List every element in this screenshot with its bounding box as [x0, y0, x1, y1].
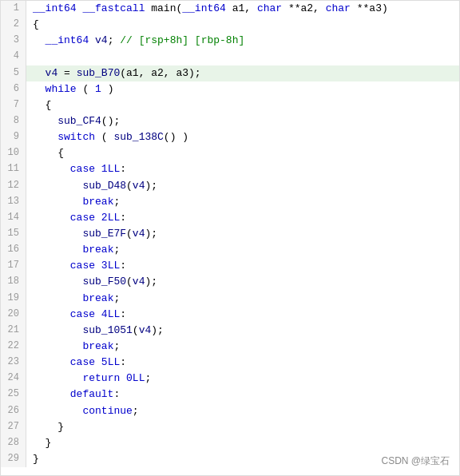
line-content: __int64 __fastcall main(__int64 a1, char…	[26, 1, 459, 17]
line-number: 13	[1, 194, 26, 210]
line-content: case 2LL:	[26, 210, 459, 226]
code-line-6: 6 while ( 1 )	[1, 81, 459, 97]
code-line-27: 27 }	[1, 419, 459, 435]
code-line-5: 5 v4 = sub_B70(a1, a2, a3);	[1, 65, 459, 81]
line-number: 15	[1, 226, 26, 242]
line-content: while ( 1 )	[26, 81, 459, 97]
line-number: 28	[1, 435, 26, 451]
code-viewer: 1__int64 __fastcall main(__int64 a1, cha…	[0, 0, 460, 476]
code-line-21: 21 sub_1051(v4);	[1, 323, 459, 339]
code-line-12: 12 sub_D48(v4);	[1, 178, 459, 194]
code-line-4: 4	[1, 49, 459, 65]
line-number: 12	[1, 178, 26, 194]
code-line-16: 16 break;	[1, 242, 459, 258]
code-line-13: 13 break;	[1, 194, 459, 210]
line-content: sub_1051(v4);	[26, 323, 459, 339]
code-line-20: 20 case 4LL:	[1, 307, 459, 323]
code-line-25: 25 default:	[1, 387, 459, 403]
line-content: break;	[26, 194, 459, 210]
line-number: 27	[1, 419, 26, 435]
line-number: 8	[1, 113, 26, 129]
line-number: 21	[1, 323, 26, 339]
code-line-14: 14 case 2LL:	[1, 210, 459, 226]
line-content: }	[26, 435, 459, 451]
line-number: 10	[1, 145, 26, 161]
line-number: 18	[1, 274, 26, 290]
code-lines: 1__int64 __fastcall main(__int64 a1, cha…	[1, 1, 459, 467]
code-line-11: 11 case 1LL:	[1, 161, 459, 177]
line-number: 11	[1, 161, 26, 177]
line-content	[26, 49, 459, 65]
code-line-28: 28 }	[1, 435, 459, 451]
line-number: 20	[1, 307, 26, 323]
line-number: 25	[1, 387, 26, 403]
line-content: break;	[26, 242, 459, 258]
line-number: 9	[1, 129, 26, 145]
line-content: }	[26, 419, 459, 435]
line-content: __int64 v4; // [rsp+8h] [rbp-8h]	[26, 33, 459, 49]
line-number: 3	[1, 33, 26, 49]
code-line-18: 18 sub_F50(v4);	[1, 274, 459, 290]
line-number: 22	[1, 339, 26, 355]
line-content: {	[26, 97, 459, 113]
line-number: 4	[1, 49, 26, 65]
line-number: 24	[1, 371, 26, 387]
line-number: 1	[1, 1, 26, 17]
line-number: 14	[1, 210, 26, 226]
watermark: CSDN @绿宝石	[381, 454, 450, 469]
line-content: {	[26, 145, 459, 161]
code-line-7: 7 {	[1, 97, 459, 113]
code-line-15: 15 sub_E7F(v4);	[1, 226, 459, 242]
line-content: sub_F50(v4);	[26, 274, 459, 290]
code-line-24: 24 return 0LL;	[1, 371, 459, 387]
line-content: case 5LL:	[26, 355, 459, 371]
code-line-2: 2{	[1, 17, 459, 33]
line-number: 6	[1, 81, 26, 97]
line-content: case 1LL:	[26, 161, 459, 177]
line-number: 29	[1, 451, 26, 467]
code-line-26: 26 continue;	[1, 403, 459, 419]
line-content: case 3LL:	[26, 258, 459, 274]
line-number: 19	[1, 291, 26, 307]
line-number: 17	[1, 258, 26, 274]
line-content: sub_D48(v4);	[26, 178, 459, 194]
line-number: 23	[1, 355, 26, 371]
line-number: 5	[1, 65, 26, 81]
code-line-10: 10 {	[1, 145, 459, 161]
code-line-17: 17 case 3LL:	[1, 258, 459, 274]
code-line-8: 8 sub_CF4();	[1, 113, 459, 129]
line-content: continue;	[26, 403, 459, 419]
code-line-1: 1__int64 __fastcall main(__int64 a1, cha…	[1, 1, 459, 17]
line-content: sub_CF4();	[26, 113, 459, 129]
code-line-19: 19 break;	[1, 291, 459, 307]
line-content: switch ( sub_138C() )	[26, 129, 459, 145]
line-number: 2	[1, 17, 26, 33]
code-line-23: 23 case 5LL:	[1, 355, 459, 371]
line-content: v4 = sub_B70(a1, a2, a3);	[26, 65, 459, 81]
line-content: break;	[26, 339, 459, 355]
code-line-22: 22 break;	[1, 339, 459, 355]
line-content: return 0LL;	[26, 371, 459, 387]
code-line-9: 9 switch ( sub_138C() )	[1, 129, 459, 145]
line-content: case 4LL:	[26, 307, 459, 323]
line-number: 26	[1, 403, 26, 419]
line-content: sub_E7F(v4);	[26, 226, 459, 242]
line-number: 16	[1, 242, 26, 258]
line-content: default:	[26, 387, 459, 403]
line-content: break;	[26, 291, 459, 307]
line-number: 7	[1, 97, 26, 113]
code-line-3: 3 __int64 v4; // [rsp+8h] [rbp-8h]	[1, 33, 459, 49]
line-content: {	[26, 17, 459, 33]
